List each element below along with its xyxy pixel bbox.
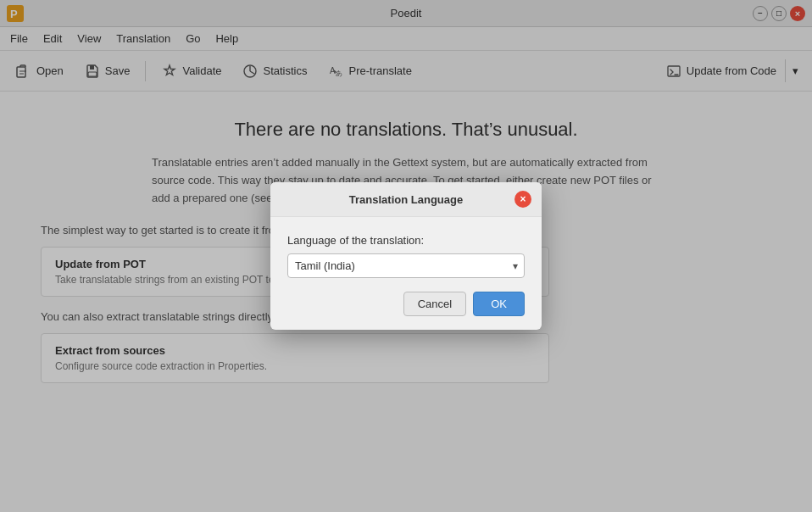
dialog-close-button[interactable]: × xyxy=(514,191,531,208)
ok-button[interactable]: OK xyxy=(473,292,525,316)
dialog-title: Translation Language xyxy=(298,193,514,206)
dialog-body: Language of the translation: ▾ xyxy=(270,217,542,292)
dialog-actions: Cancel OK xyxy=(270,292,542,330)
translation-language-dialog: Translation Language × Language of the t… xyxy=(270,182,542,330)
dialog-header: Translation Language × xyxy=(270,182,542,217)
dialog-overlay: Translation Language × Language of the t… xyxy=(0,0,812,512)
language-label: Language of the translation: xyxy=(287,234,525,247)
language-select-wrapper: ▾ xyxy=(287,253,525,278)
language-input[interactable] xyxy=(287,253,525,278)
cancel-button[interactable]: Cancel xyxy=(403,292,466,316)
